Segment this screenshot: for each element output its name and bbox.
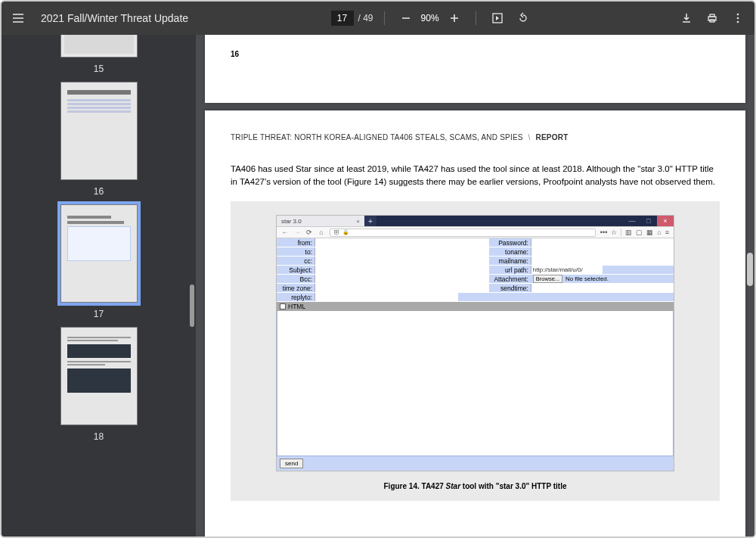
lock-icon: 🔒 [342, 229, 349, 235]
maximize-icon: □ [640, 216, 657, 226]
thumbnail-label: 15 [60, 64, 138, 74]
new-tab-icon: + [364, 216, 376, 226]
download-icon[interactable] [676, 8, 697, 29]
zoom-out-icon[interactable] [395, 8, 417, 29]
forward-icon: → [293, 229, 301, 236]
figure: star 3.0 × + — □ × [231, 201, 720, 501]
star-icon: ☆ [611, 229, 617, 236]
page-current: TRIPLE THREAT: NORTH KOREA-ALIGNED TA406… [205, 110, 745, 536]
shield-icon: ⛨ [333, 229, 340, 236]
zoom-controls: 90% [395, 8, 465, 29]
html-label: HTML [288, 303, 305, 310]
tab-close-icon: × [356, 218, 360, 225]
to-input [314, 247, 489, 256]
sendtime-input [531, 284, 674, 292]
thumbnail-label: 18 [60, 431, 138, 442]
password-label: Password: [489, 238, 531, 247]
sidebar-scrollbar[interactable] [190, 285, 194, 327]
dots-icon: ••• [600, 229, 607, 236]
timezone-input [314, 284, 489, 292]
toname-label: toname: [489, 247, 531, 256]
zoom-in-icon[interactable] [444, 8, 465, 29]
mailname-label: mailname: [489, 257, 531, 265]
thumbnail-label: 17 [60, 309, 138, 319]
mail-body-editor [277, 311, 674, 456]
thumbnail[interactable]: 17 [60, 204, 138, 324]
svg-point-5 [737, 17, 739, 20]
urlpath-input: http://star/mail/u/0/ [531, 266, 603, 274]
mail-form: from: to: cc: Subject: Bcc: time zone: P… [277, 238, 674, 293]
body-paragraph: TA406 has used Star since at least 2019,… [231, 163, 720, 188]
minimize-icon: — [624, 216, 640, 226]
page-controls: / 49 [331, 11, 373, 26]
rotate-icon[interactable] [513, 8, 534, 29]
more-icon[interactable] [727, 8, 748, 29]
document-title: 2021 Fall/Winter Threat Update [41, 12, 188, 24]
page-view[interactable]: 16 TRIPLE THREAT: NORTH KOREA-ALIGNED TA… [196, 35, 754, 536]
window-scrollbar[interactable] [747, 253, 753, 286]
from-input [314, 238, 489, 247]
html-checkbox [280, 303, 286, 309]
home-icon: ⌂ [318, 229, 325, 236]
thumbnail[interactable]: 16 [60, 82, 138, 201]
tab-title: star 3.0 [281, 218, 302, 225]
subject-input [314, 266, 489, 274]
fit-page-icon[interactable] [487, 8, 508, 29]
hamburger-icon: ≡ [665, 229, 669, 236]
svg-point-6 [737, 21, 739, 23]
toname-input [531, 247, 674, 256]
menu-icon[interactable] [8, 8, 29, 29]
from-label: from: [277, 238, 314, 247]
account-icon: ⌂ [657, 229, 661, 236]
mailname-input [531, 257, 674, 265]
timezone-label: time zone: [277, 284, 314, 292]
bookmark-icon: ▢ [636, 229, 643, 236]
html-toggle-row: HTML [277, 302, 674, 311]
thumbnail[interactable]: 15 [60, 35, 138, 79]
browser-tab: star 3.0 × [277, 216, 364, 226]
board-icon: ▦ [646, 229, 653, 236]
page-number-input[interactable] [331, 11, 354, 26]
reload-icon: ⟳ [305, 229, 313, 236]
subject-label: Subject: [277, 266, 314, 274]
thumbnail-sidebar: 15 16 17 18 [2, 35, 196, 536]
replyto-input [314, 293, 458, 301]
thumbnail[interactable]: 18 [60, 327, 138, 446]
no-file-label: No file selected. [565, 275, 609, 282]
browse-button: Browse... [533, 275, 562, 283]
password-input [531, 238, 674, 247]
svg-point-4 [737, 14, 739, 16]
bcc-input [314, 275, 489, 283]
print-icon[interactable] [702, 8, 723, 29]
figure-caption: Figure 14. TA427 Star tool with "star 3.… [276, 482, 674, 490]
back-icon: ← [281, 229, 289, 236]
library-icon: ▥ [625, 229, 632, 236]
browser-window: star 3.0 × + — □ × [276, 215, 674, 471]
page-previous: 16 [205, 35, 745, 103]
zoom-level: 90% [421, 13, 439, 23]
thumbnail-label: 16 [60, 186, 138, 197]
cc-input [314, 257, 489, 265]
send-button: send [280, 459, 303, 468]
to-label: to: [277, 247, 314, 256]
close-icon: × [657, 216, 674, 226]
sendtime-label: sendtime: [489, 284, 531, 292]
svg-rect-2 [710, 14, 714, 17]
page-number: 16 [231, 50, 720, 58]
page-total: / 49 [358, 13, 373, 23]
urlpath-label: url path: [489, 266, 531, 274]
page-header: TRIPLE THREAT: NORTH KOREA-ALIGNED TA406… [231, 133, 720, 141]
url-bar: ⛨ 🔒 [330, 229, 596, 237]
bcc-label: Bcc: [277, 275, 314, 283]
attachment-label: Attachment: [489, 275, 531, 283]
replyto-label: replyto: [277, 293, 314, 301]
cc-label: cc: [277, 257, 314, 265]
pdf-toolbar: 2021 Fall/Winter Threat Update / 49 90% [2, 2, 754, 35]
